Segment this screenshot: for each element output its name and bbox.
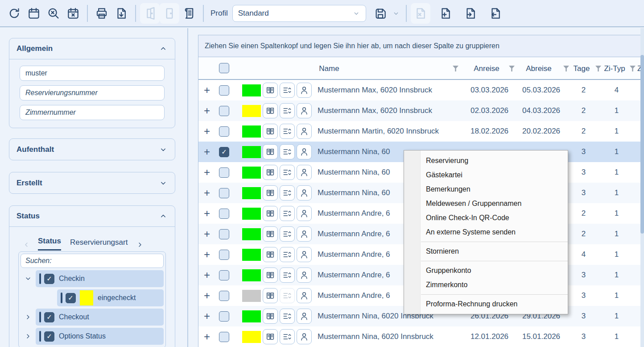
row-expander[interactable]: + [198, 209, 215, 218]
guest-profile-button[interactable] [297, 103, 312, 118]
refresh-button[interactable] [4, 3, 24, 24]
row-checkbox[interactable] [219, 126, 229, 137]
row-status-button[interactable] [280, 185, 295, 201]
context-menu-item[interactable]: Gästekartei [404, 168, 568, 182]
guest-card-button[interactable] [263, 144, 278, 159]
export-document-button[interactable] [111, 3, 131, 24]
column-header-abreise[interactable]: Abreise [516, 57, 561, 80]
row-checkbox[interactable] [219, 209, 229, 219]
clear-search-button[interactable] [44, 3, 63, 24]
filter-icon[interactable] [630, 65, 636, 71]
guest-card-button[interactable] [263, 309, 278, 324]
name-search-input[interactable] [20, 66, 165, 81]
row-checkbox[interactable] [219, 106, 229, 116]
row-status-button[interactable] [280, 165, 295, 180]
column-header-name[interactable]: Name [198, 57, 460, 80]
row-expander[interactable]: + [198, 127, 215, 136]
row-checkbox[interactable] [219, 270, 229, 280]
chevron-right-icon[interactable] [21, 333, 36, 340]
row-expander[interactable]: + [198, 168, 215, 177]
calendar-button[interactable] [24, 3, 44, 24]
filter-icon[interactable] [453, 65, 458, 71]
guest-card-button[interactable] [263, 206, 278, 221]
row-expander[interactable]: + [198, 332, 215, 341]
row-checkbox[interactable] [219, 85, 229, 96]
checkin-checkbox[interactable] [44, 274, 54, 284]
table-row[interactable]: + Mustermann Max, 6020 Innsbruck 02.03.2… [198, 100, 644, 121]
tab-reservierungsart[interactable]: Reservierungsart [70, 238, 128, 251]
context-menu-item[interactable]: Online Check-In QR-Code [404, 211, 568, 225]
new-reservation-button[interactable] [436, 3, 455, 24]
eingecheckt-checkbox[interactable] [66, 293, 76, 303]
row-status-button[interactable] [280, 144, 295, 159]
table-row[interactable]: + Mustermann Nina, 6020 Innsbruck 12.01.… [198, 326, 644, 347]
row-expander[interactable]: + [198, 250, 215, 259]
guest-profile-button[interactable] [297, 185, 312, 201]
guest-card-button[interactable] [263, 103, 278, 118]
context-menu-item[interactable]: Zimmerkonto [404, 278, 568, 292]
table-row[interactable]: + Mustermann Martin, 6020 Innsbruck 18.0… [198, 121, 644, 142]
guest-card-button[interactable] [263, 226, 278, 242]
row-expander[interactable]: + [198, 312, 215, 321]
row-expander[interactable]: + [198, 271, 215, 280]
guest-profile-button[interactable] [297, 309, 312, 324]
context-menu-item[interactable]: An externe Systeme senden [404, 225, 568, 239]
guest-profile-button[interactable] [297, 124, 312, 139]
row-expander[interactable]: + [198, 230, 215, 238]
row-checkbox[interactable] [219, 167, 229, 178]
context-menu-item[interactable]: Gruppenkonto [404, 263, 568, 278]
guest-profile-button[interactable] [297, 206, 312, 221]
journal-button[interactable] [179, 3, 199, 24]
panel-aufenthalt-header[interactable]: Aufenthalt [9, 139, 175, 160]
room-number-input[interactable] [20, 105, 165, 120]
guest-profile-button[interactable] [297, 83, 312, 98]
save-profile-button[interactable] [371, 3, 390, 24]
tree-item-pill[interactable]: Checkout [36, 309, 164, 326]
row-checkbox[interactable] [219, 311, 229, 322]
profile-select[interactable]: Standard [232, 5, 366, 22]
row-checkbox[interactable] [219, 291, 229, 301]
guest-card-button[interactable] [263, 124, 278, 139]
guest-profile-button[interactable] [297, 247, 312, 262]
guest-card-button[interactable] [263, 288, 278, 303]
checkout-checkbox[interactable] [44, 312, 54, 322]
scrollbar-thumb[interactable] [640, 55, 644, 234]
chevron-down-icon[interactable] [21, 275, 36, 282]
tree-item-pill[interactable]: eingecheckt [57, 289, 164, 306]
row-status-button[interactable] [280, 268, 295, 283]
row-checkbox[interactable] [219, 332, 229, 342]
guest-profile-button[interactable] [297, 329, 312, 344]
row-expander[interactable]: + [198, 291, 215, 300]
row-expander[interactable]: + [198, 106, 215, 115]
row-checkbox[interactable] [219, 229, 229, 239]
row-checkbox[interactable] [219, 188, 229, 198]
reservation-number-input[interactable] [20, 85, 165, 100]
guest-profile-button[interactable] [297, 144, 312, 159]
row-status-button[interactable] [280, 124, 295, 139]
row-expander[interactable]: + [198, 188, 215, 197]
row-status-button[interactable] [280, 226, 295, 242]
row-checkbox[interactable] [219, 147, 229, 157]
guest-profile-button[interactable] [297, 165, 312, 180]
context-menu-item[interactable]: Stornieren [404, 244, 568, 259]
tab-status[interactable]: Status [38, 237, 61, 251]
column-header-tage[interactable]: Tage [569, 57, 594, 80]
guest-profile-button[interactable] [297, 226, 312, 242]
vertical-scrollbar[interactable] [640, 28, 644, 347]
context-menu-item[interactable]: Reservierung [404, 154, 568, 168]
context-menu-item[interactable]: Meldewesen / Gruppennamen [404, 196, 568, 211]
context-menu-item[interactable]: Bemerkungen [404, 182, 568, 196]
column-header-zityp[interactable]: Zi-Typ [600, 57, 629, 80]
row-status-button[interactable] [280, 288, 295, 303]
table-row[interactable]: + Mustermann Max, 6020 Innsbruck 03.03.2… [198, 80, 644, 100]
row-status-button[interactable] [280, 247, 295, 262]
save-options-button[interactable] [390, 3, 402, 24]
import-reservation-button[interactable] [461, 3, 480, 24]
guest-card-button[interactable] [263, 83, 278, 98]
print-button[interactable] [92, 3, 111, 24]
filter-icon[interactable] [509, 65, 515, 71]
group-by-bar[interactable]: Ziehen Sie einen Spaltenkopf und legen S… [198, 35, 644, 57]
options-status-checkbox[interactable] [44, 331, 54, 342]
tab-scroll-left-icon[interactable] [23, 241, 29, 251]
chevron-right-icon[interactable] [21, 314, 36, 321]
